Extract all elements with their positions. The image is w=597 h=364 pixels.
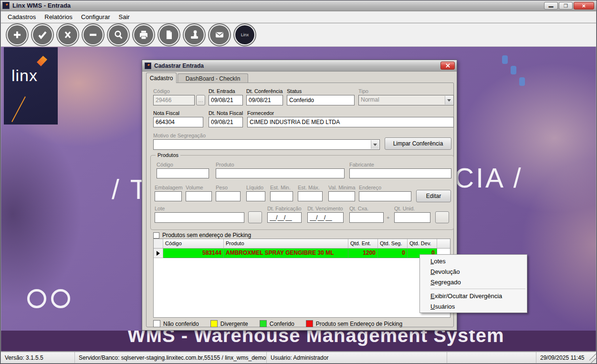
est-min-input[interactable] <box>270 191 293 201</box>
stamp-button[interactable] <box>185 25 204 44</box>
tab-dashboard-checkin[interactable]: DashBoard - CheckIn <box>178 73 248 83</box>
produtos-group-label: Produtos <box>156 152 180 158</box>
picking-checkbox-label: Produtos sem endereço de Picking <box>162 232 251 239</box>
est-max-input[interactable] <box>298 191 323 201</box>
context-menu: Lotes Devolução Segregado Exibir/Ocultar… <box>419 254 527 313</box>
printer-icon <box>138 29 149 41</box>
produtos-table: Código Produto Qtd. Ent. Qtd. Seg. Qtd. … <box>153 239 450 318</box>
dt-fabricacao-input[interactable] <box>267 212 302 223</box>
dt-nota-fiscal-input[interactable] <box>209 117 243 127</box>
status-legend: Não conferido Divergente Conferido Produ… <box>153 320 409 327</box>
search-icon <box>113 29 124 41</box>
dialog-titlebar[interactable]: Cadastrar Entrada <box>142 60 457 72</box>
endereco-input[interactable] <box>359 191 411 201</box>
codigo-browse-button[interactable]: ... <box>196 95 205 105</box>
lote-search-button[interactable] <box>248 211 262 223</box>
cell-codigo[interactable]: 583144 <box>163 249 224 258</box>
legend-conferido: Conferido <box>260 320 294 327</box>
val-minima-input[interactable] <box>328 191 355 201</box>
embalagem-input[interactable] <box>155 191 182 201</box>
produto-codigo-input[interactable] <box>157 168 209 178</box>
print-button[interactable] <box>134 25 153 44</box>
quantidade-confirm-button[interactable] <box>435 211 449 223</box>
col-codigo[interactable]: Código <box>163 239 224 248</box>
table-row[interactable]: 583144 AMBROXMEL SPRAY GENGIBRE 30 ML 12… <box>154 249 450 258</box>
qt-unid-input[interactable] <box>394 212 430 223</box>
add-button[interactable] <box>8 25 27 44</box>
nota-fiscal-label: Nota Fiscal <box>153 110 179 116</box>
liquido-input[interactable] <box>246 191 265 201</box>
nota-fiscal-input[interactable] <box>153 117 203 127</box>
lote-label: Lote <box>155 206 165 211</box>
produto-nome-input[interactable] <box>216 168 345 178</box>
cell-produto[interactable]: AMBROXMEL SPRAY GENGIBRE 30 ML <box>224 249 348 258</box>
dt-vencimento-label: Dt. Vencimento <box>307 206 343 211</box>
qt-cxa-input[interactable] <box>349 212 384 223</box>
linx-logo-button[interactable]: Linx <box>235 25 254 44</box>
bottom-banner: WMS - Warehouse Management System <box>1 331 596 351</box>
linx-logo-text: linx <box>11 66 38 85</box>
menu-cadastros[interactable]: Cadastros <box>4 12 40 22</box>
col-qtd-dev[interactable]: Qtd. Dev. <box>408 239 437 248</box>
fabricante-input[interactable] <box>349 168 451 178</box>
tipo-combobox[interactable]: Normal <box>358 95 454 105</box>
col-extra <box>437 239 450 248</box>
statusbar-server: Servidor/Banco: sqlserver-staging.linxit… <box>75 352 267 363</box>
picking-checkbox[interactable] <box>153 232 159 239</box>
menu-relatorios[interactable]: Relatórios <box>41 12 76 22</box>
volume-input[interactable] <box>186 191 212 201</box>
linx-app-icon <box>2 2 10 9</box>
tipo-label: Tipo <box>358 88 368 94</box>
menu-item-usuarios[interactable]: Usuários <box>420 301 527 312</box>
pill-decoration <box>511 66 516 74</box>
selector-header-cell <box>154 239 163 248</box>
cell-qtd-seg[interactable]: 0 <box>378 249 408 258</box>
maximize-button[interactable]: ❐ <box>559 2 573 10</box>
status-input[interactable] <box>287 95 355 105</box>
cancel-button[interactable] <box>58 25 77 44</box>
mail-button[interactable] <box>210 25 229 44</box>
liquido-label: Líquido <box>246 185 263 190</box>
confirm-button[interactable] <box>33 25 52 44</box>
menu-configurar[interactable]: Configurar <box>77 12 114 22</box>
menu-item-lotes[interactable]: Lotes <box>420 256 527 266</box>
minimize-button[interactable]: ▬ <box>544 2 558 10</box>
produto-codigo-label: Código <box>157 162 173 167</box>
menu-item-exibir-ocultar-divergencia[interactable]: Exibir/Ocultar Divergência <box>420 291 527 301</box>
tab-cadastro[interactable]: Cadastro <box>146 73 177 83</box>
limpar-conferencia-button[interactable]: Limpar Conferência <box>385 137 451 150</box>
dt-conferencia-input[interactable] <box>246 95 283 105</box>
tab-page-cadastro: Código ... Dt. Entrada Dt. Conferência S… <box>146 83 454 327</box>
document-button[interactable] <box>159 25 178 44</box>
dialog-close-button[interactable] <box>440 62 455 70</box>
col-qtd-ent[interactable]: Qtd. Ent. <box>348 239 378 248</box>
col-produto[interactable]: Produto <box>224 239 348 248</box>
col-qtd-seg[interactable]: Qtd. Seg. <box>378 239 408 248</box>
dt-entrada-input[interactable] <box>209 95 243 105</box>
status-label: Status <box>287 88 302 94</box>
editar-button[interactable]: Editar <box>416 190 451 202</box>
menu-item-devolucao[interactable]: Devolução <box>420 266 527 277</box>
resize-grip[interactable] <box>589 352 596 363</box>
menu-sair[interactable]: Sair <box>115 12 133 22</box>
statusbar-user: Usuário: Administrador <box>267 352 447 363</box>
close-button[interactable]: ✕ <box>574 2 594 10</box>
remove-button[interactable] <box>84 25 103 44</box>
est-max-label: Est. Máx. <box>298 185 320 190</box>
val-minima-label: Val. Minima <box>328 185 356 190</box>
motivo-segregacao-combobox[interactable] <box>153 139 380 150</box>
fornecedor-input[interactable] <box>247 117 454 127</box>
statusbar: Versão: 3.1.5.5 Servidor/Banco: sqlserve… <box>1 352 596 363</box>
linx-background-logo: linx <box>4 47 58 125</box>
menu-item-segregado[interactable]: Segregado <box>420 277 527 287</box>
check-icon <box>37 29 48 41</box>
peso-input[interactable] <box>216 191 241 201</box>
lote-input[interactable] <box>155 212 244 223</box>
dt-vencimento-input[interactable] <box>307 212 344 223</box>
codigo-input[interactable] <box>153 95 195 105</box>
mail-icon <box>214 29 225 41</box>
search-button[interactable] <box>109 25 128 44</box>
dialog-title: Cadastrar Entrada <box>154 62 204 69</box>
cell-qtd-ent[interactable]: 1200 <box>348 249 378 258</box>
legend-sem-endereco: Produto sem Endereço de Picking <box>306 320 402 327</box>
